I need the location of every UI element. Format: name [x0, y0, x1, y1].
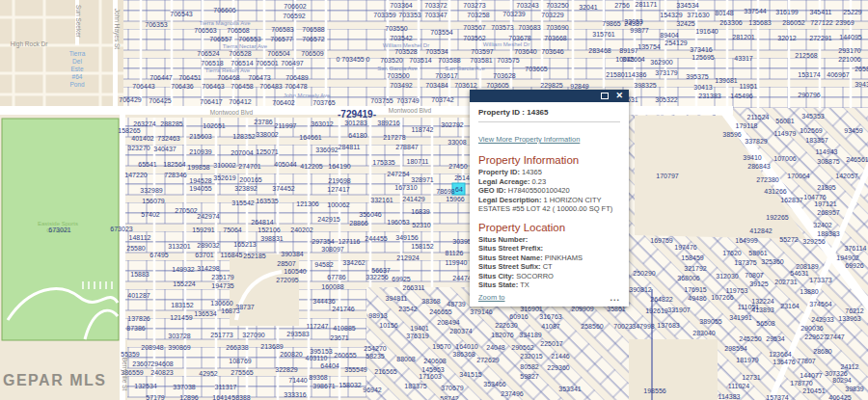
parcel-label: 149932 [172, 266, 194, 273]
parcel-label: 196053 [387, 219, 409, 226]
parcel-label: 93459 [844, 127, 862, 134]
close-icon[interactable]: ✕ [615, 92, 623, 100]
parcel-label: 114943 [816, 148, 838, 155]
parcel-label: 210451 [802, 387, 825, 394]
parcel-label: 114383 [719, 393, 741, 400]
parcel-label: 274701 [238, 163, 260, 170]
parcel-label: 92849 [570, 83, 588, 90]
parcel-label: 208948 [141, 344, 163, 351]
parcel-label: 251773 [210, 332, 232, 338]
parcel-label: 312664 [622, 56, 644, 63]
parcel-label: 673021 [48, 227, 70, 233]
parcel-label: 89368 [309, 374, 327, 381]
parcel-label: 345353 [801, 113, 824, 120]
parcel-label: 213689 [260, 343, 283, 350]
parcel-label: 706478 [285, 83, 307, 90]
parcel-label: 171603 [419, 373, 441, 380]
parcel-label: 194055 [189, 185, 211, 192]
parcel-label: 152106 [258, 227, 280, 233]
parcel-label: 182076 [491, 332, 513, 338]
parcel-label: 65541 [138, 161, 156, 168]
parcel-label: 176915 [684, 286, 706, 293]
parcel-label: 125695 [692, 54, 714, 61]
parcel-label: 706528 [229, 50, 251, 57]
parcel-label: 370679 [441, 385, 463, 391]
parcel-label: 332256 [366, 274, 388, 280]
view-more-link[interactable]: View More Property Information [478, 135, 580, 144]
dock-icon[interactable] [601, 93, 609, 99]
parcel-label: 58388 [231, 394, 250, 400]
parcel-label: 240823 [150, 369, 173, 376]
parcel-label: 290796 [798, 92, 820, 98]
parcel-label: 13880 [800, 288, 818, 295]
parcel-label: 142057 [835, 173, 857, 179]
parcel-label: 15966 [446, 196, 464, 202]
parcel-label: 389216 [377, 120, 399, 126]
parcel-label: 706583 [271, 26, 293, 33]
parcel-label: 311317 [215, 384, 237, 390]
parcel-label: 286843 [747, 163, 770, 170]
parcel-label: 107006 [773, 155, 796, 162]
parcel-label: 60916 [509, 313, 528, 320]
parcel-label: 16839 [411, 208, 429, 215]
parcel-label: 355549 [344, 366, 366, 373]
parcel-label: 703749 [396, 97, 419, 104]
parcel-label: 240202 [290, 227, 312, 233]
watermark: GEPAR MLS [3, 372, 106, 389]
parcel-label: 188383 [817, 230, 839, 237]
parcel-label: 154329 [660, 12, 682, 18]
parcel-label: 158152 [411, 243, 433, 250]
parcel-label: 52310 [412, 222, 430, 228]
parcel-label: 328971 [411, 176, 433, 183]
parcel-label: 374564 [809, 301, 831, 307]
popup-body: Property ID : 14365 View More Property I… [470, 102, 629, 307]
parcel-label: 87386 [126, 325, 145, 332]
parcel-label: 54631 [790, 270, 808, 277]
parcel-label: 244455 [365, 235, 387, 242]
parcel-label: 197121 [814, 200, 836, 207]
parcel-label: 398671 [312, 383, 335, 389]
parcel-label: 145953 [421, 366, 444, 373]
zoom-to-link[interactable]: Zoom to [478, 293, 505, 302]
parcel-label: 703514 [409, 57, 431, 64]
parcel-label: 283468 [588, 47, 610, 54]
parcel-label: 75064 [223, 227, 241, 233]
parcel-label: 703239 [502, 11, 525, 17]
parcel-label: 706606 [213, 7, 235, 13]
parcel-label: 59827 [520, 373, 538, 380]
parcel-label: 23671 [330, 334, 348, 341]
parcel-label: 288285 [160, 120, 182, 127]
parcel-label: 325360 [761, 258, 783, 265]
parcel-label: 706572 [302, 36, 324, 42]
parcel-label: 323892 [234, 185, 257, 192]
parcel-label: 117247 [307, 323, 329, 330]
parcel-label: 23607 [132, 360, 150, 367]
parcel-label: 389055 [699, 318, 721, 325]
parcel-label: 135683 [748, 19, 771, 26]
parcel-label: 703243 [516, 2, 538, 9]
parcel-label: 329256 [802, 238, 825, 245]
street-label: Sun Seeker [75, 5, 82, 38]
parcel-label: 23786 [254, 119, 272, 125]
parcel-label: 111024 [728, 383, 749, 389]
parcel-label: 64404 [320, 362, 339, 369]
parcel-label: 156079 [142, 198, 164, 204]
parcel-label: 706543 [170, 11, 192, 17]
parcel-label: 170064 [787, 173, 809, 179]
parcel-label: 252185 [243, 253, 265, 259]
more-options-button[interactable]: ... [610, 294, 620, 302]
parcel-label: 413893 [751, 307, 773, 313]
parcel-label: 43317 [734, 55, 752, 62]
map-viewport[interactable]: TierraDelEste#64Pond Eastside SportsComp… [0, 0, 868, 400]
parcel-label: 272291 [809, 35, 831, 41]
parcel-label: 703575 [497, 57, 519, 64]
parcel-label: 246561 [846, 156, 868, 163]
parcel-label: 703520 [380, 57, 402, 64]
parcel-label: 76212 [845, 307, 863, 314]
parcel-label: 334262 [342, 259, 365, 266]
parcel-label: 55359 [121, 351, 139, 358]
parcel-label: 119753 [726, 287, 748, 294]
parcel-label: 225017 [540, 340, 562, 347]
parcel-label: 169759 [650, 237, 672, 244]
parcel-label: 334534 [676, 2, 698, 9]
